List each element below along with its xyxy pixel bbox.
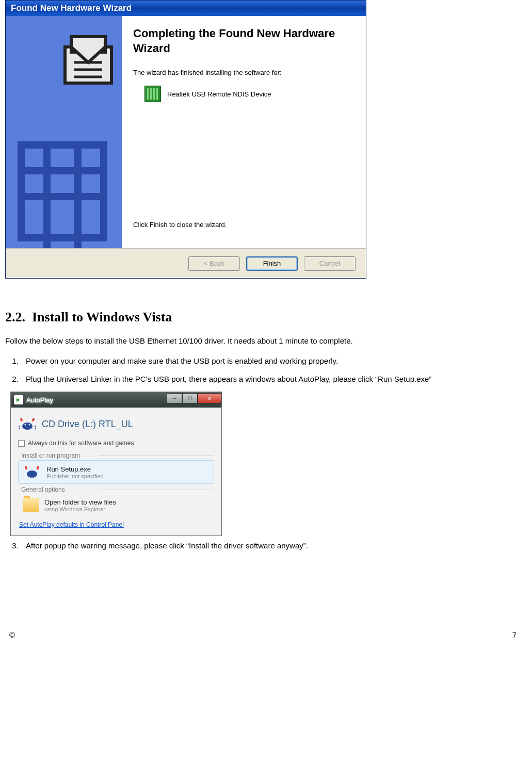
xp-title-text: Found New Hardware Wizard xyxy=(11,3,132,13)
xp-body: Completing the Found New Hardware Wizard… xyxy=(6,16,366,248)
step-2: Plug the Universal Linker in the PC's US… xyxy=(21,374,527,384)
vista-autoplay-window: AutoPlay ─ ☐ ✕ CD Drive ( xyxy=(10,392,222,536)
option-open-folder[interactable]: Open folder to view files using Windows … xyxy=(18,494,214,516)
xp-main-panel: Completing the Found New Hardware Wizard… xyxy=(122,16,366,248)
xp-finished-text: The wizard has finished installing the s… xyxy=(133,69,354,76)
realtek-crab-icon xyxy=(23,464,41,480)
hardware-graphic-icon xyxy=(6,16,122,248)
section-intro: Follow the below steps to install the US… xyxy=(5,336,527,345)
svg-point-7 xyxy=(27,470,37,478)
section-heading: 2.2. Install to Windows Vista xyxy=(5,310,527,325)
section-title: Install to Windows Vista xyxy=(32,310,172,324)
steps-list: Power on your computer and make sure tha… xyxy=(5,355,527,384)
always-label: Always do this for software and games: xyxy=(28,440,136,447)
cancel-button: Cancel xyxy=(304,256,356,271)
folder-icon xyxy=(23,498,39,512)
vista-content: CD Drive (L:) RTL_UL Always do this for … xyxy=(11,408,221,535)
always-checkbox[interactable] xyxy=(18,440,25,447)
always-do-this-row[interactable]: Always do this for software and games: xyxy=(18,440,214,447)
group-install-label: Install or run program xyxy=(21,452,214,459)
drive-label: CD Drive (L:) RTL_UL xyxy=(42,419,133,430)
page-footer: © 7 xyxy=(0,558,532,652)
svg-point-4 xyxy=(22,423,33,430)
open-folder-sub: using Windows Explorer xyxy=(44,506,116,512)
autoplay-icon xyxy=(14,395,23,404)
step-1: Power on your computer and make sure tha… xyxy=(21,355,527,366)
svg-point-5 xyxy=(25,424,26,426)
group-general-label: General options xyxy=(21,486,214,493)
realtek-crab-icon xyxy=(18,416,37,432)
vista-titlebar: AutoPlay ─ ☐ ✕ xyxy=(11,392,221,408)
open-folder-title: Open folder to view files xyxy=(44,498,116,506)
steps-list-continued: After popup the warring message, please … xyxy=(5,540,527,551)
copyright-symbol: © xyxy=(9,630,15,639)
finish-button[interactable]: Finish xyxy=(246,256,298,271)
drive-header: CD Drive (L:) RTL_UL xyxy=(18,416,214,432)
step-3: After popup the warring message, please … xyxy=(21,540,527,551)
xp-close-hint: Click Finish to close the wizard. xyxy=(133,221,227,229)
section-number: 2.2. xyxy=(5,310,25,324)
xp-heading: Completing the Found New Hardware Wizard xyxy=(133,26,354,56)
document-body: 2.2. Install to Windows Vista Follow the… xyxy=(0,279,532,551)
run-setup-title: Run Setup.exe xyxy=(46,465,104,473)
autoplay-defaults-link[interactable]: Set AutoPlay defaults in Control Panel xyxy=(19,521,214,528)
minimize-button[interactable]: ─ xyxy=(167,393,182,403)
close-button[interactable]: ✕ xyxy=(198,393,221,403)
xp-titlebar: Found New Hardware Wizard xyxy=(6,1,366,16)
back-button: < Back xyxy=(188,256,240,271)
page-number: 7 xyxy=(512,630,517,639)
xp-button-row: < Back Finish Cancel xyxy=(6,248,366,278)
maximize-button[interactable]: ☐ xyxy=(182,393,198,403)
option-run-setup[interactable]: Run Setup.exe Publisher not specified xyxy=(18,460,214,484)
network-card-icon xyxy=(144,86,161,102)
run-setup-sub: Publisher not specified xyxy=(46,473,104,479)
vista-title-text: AutoPlay xyxy=(26,396,53,404)
xp-device-row: Realtek USB Remote NDIS Device xyxy=(144,86,354,102)
svg-point-6 xyxy=(29,424,30,426)
xp-found-new-hardware-wizard: Found New Hardware Wizard Completing th xyxy=(5,0,366,279)
xp-device-name: Realtek USB Remote NDIS Device xyxy=(167,90,271,98)
window-buttons: ─ ☐ ✕ xyxy=(167,393,221,403)
xp-side-graphic xyxy=(6,16,122,248)
